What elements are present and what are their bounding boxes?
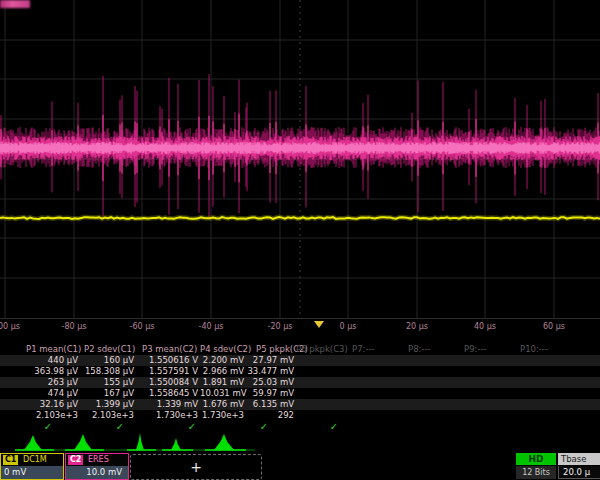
measure-cell: 1.550616 V [124, 355, 198, 366]
measure-cell: 1.557591 V [124, 366, 198, 377]
measure-cell: 1.891 mV [200, 377, 244, 388]
measure-cell: 474 µV [16, 388, 78, 399]
measure-cell: 33.477 mV [246, 366, 294, 377]
time-tick-label: -60 µs [130, 322, 155, 331]
oscilloscope-screen: -100 µs -80 µs -60 µs -40 µs -20 µs 0 µs… [0, 0, 600, 480]
measure-cell: 292 [246, 410, 294, 421]
c1-coupling-label: DC1M [23, 455, 47, 464]
param-header-p3[interactable]: P3 mean(C2) [142, 344, 197, 355]
time-tick-label: 0 µs [340, 322, 357, 331]
param-header-p10[interactable]: P10:--- [520, 344, 548, 355]
param-header-p7[interactable]: P7:--- [352, 344, 375, 355]
table-row-value: 440 µV 160 µV 1.550616 V 2.200 mV 27.97 … [0, 355, 600, 366]
hd-mode-badge[interactable]: HD [516, 453, 556, 465]
measure-cell: 1.730e+3 [124, 410, 198, 421]
measurement-table: P1 mean(C1) P2 sdev(C1) P3 mean(C2) P4 s… [0, 342, 600, 434]
param-header-p1[interactable]: P1 mean(C1) [26, 344, 81, 355]
time-tick-label: 20 µs [406, 322, 428, 331]
timebase-value: 20.0 µ [558, 466, 600, 479]
measure-cell: 2.103e+3 [16, 410, 78, 421]
c1-vertical-scale: 0 mV [1, 466, 63, 479]
waveform-graticule [0, 0, 600, 318]
table-row-sdev: 32.16 µV 1.399 µV 1.339 mV 1.676 mV 6.13… [0, 399, 600, 410]
time-tick-label: -100 µs [0, 322, 20, 331]
measurement-histicons [0, 428, 600, 453]
measure-cell: 1.550084 V [124, 377, 198, 388]
param-header-p8[interactable]: P8:--- [408, 344, 431, 355]
measure-cell: 263 µV [16, 377, 78, 388]
table-row-num: 2.103e+3 2.103e+3 1.730e+3 1.730e+3 292 [0, 410, 600, 421]
time-tick-label: 40 µs [474, 322, 496, 331]
table-row-mean: 363.98 µV 158.308 µV 1.557591 V 2.966 mV… [0, 366, 600, 377]
c2-eres-label: ERES [88, 455, 109, 464]
time-tick-label: -80 µs [62, 322, 87, 331]
measure-cell: 1.730e+3 [200, 410, 244, 421]
measure-cell: 2.200 mV [200, 355, 244, 366]
table-row-min: 263 µV 155 µV 1.550084 V 1.891 mV 25.03 … [0, 377, 600, 388]
add-trace-button[interactable]: + [130, 454, 262, 480]
c2-vertical-scale: 10.0 mV [66, 466, 128, 479]
measure-cell: 1.676 mV [200, 399, 244, 410]
c2-channel-badge: C2 [68, 455, 83, 465]
time-tick-label: 60 µs [543, 322, 565, 331]
measure-cell: 440 µV [16, 355, 78, 366]
measure-cell: 59.97 mV [246, 388, 294, 399]
param-header-p4[interactable]: P4 sdev(C2) [200, 344, 251, 355]
measure-cell: 363.98 µV [16, 366, 78, 377]
channel-c2-descriptor[interactable]: C2 ERES DC1M 10.0 mV [65, 453, 129, 480]
trace-label-fragment [0, 0, 30, 8]
trigger-position-marker[interactable] [314, 321, 324, 328]
measure-cell: 10.031 mV [200, 388, 244, 399]
table-row-max: 474 µV 167 µV 1.558645 V 10.031 mV 59.97… [0, 388, 600, 399]
measure-cell: 25.03 mV [246, 377, 294, 388]
param-header-p6[interactable]: P6 pkpk(C3) [296, 344, 348, 355]
time-tick-label: -20 µs [268, 322, 293, 331]
param-header-p9[interactable]: P9:--- [464, 344, 487, 355]
channel-c1-descriptor[interactable]: C1 DC1M 0 mV [0, 453, 64, 480]
param-header-p2[interactable]: P2 sdev(C1) [84, 344, 135, 355]
measure-cell: 1.339 mV [124, 399, 198, 410]
measure-cell: 1.558645 V [124, 388, 198, 399]
table-header-row: P1 mean(C1) P2 sdev(C1) P3 mean(C2) P4 s… [0, 344, 600, 355]
measure-cell: 32.16 µV [16, 399, 78, 410]
hd-bits-label: 12 Bits [516, 466, 556, 479]
timebase-descriptor[interactable]: Tbase [558, 453, 600, 465]
time-axis: -100 µs -80 µs -60 µs -40 µs -20 µs 0 µs… [0, 319, 600, 333]
waveform-canvas [0, 0, 600, 318]
measure-cell: 2.966 mV [200, 366, 244, 377]
time-tick-label: -40 µs [199, 322, 224, 331]
c1-channel-badge: C1 [3, 455, 18, 465]
measure-cell: 27.97 mV [246, 355, 294, 366]
measure-cell: 6.135 mV [246, 399, 294, 410]
